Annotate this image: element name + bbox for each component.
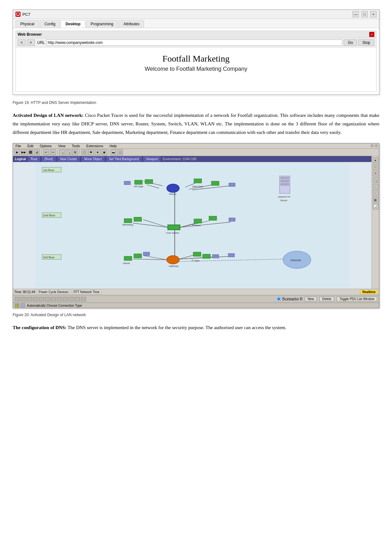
go-button[interactable]: Go	[344, 39, 357, 46]
web-browser-header: Web Browser ×	[16, 31, 376, 38]
pc7-tabs: Physical Config Desktop Programming Attr…	[13, 19, 379, 28]
menu-file[interactable]: File	[14, 144, 22, 148]
right-btn-chart[interactable]: 📊	[373, 204, 378, 209]
stop-button[interactable]: Stop	[358, 39, 374, 46]
svg-rect-53	[228, 254, 234, 257]
toolbar-btn-misc[interactable]: ◉	[101, 149, 107, 155]
right-btn-square[interactable]: □	[373, 164, 378, 170]
topbar-new-cluster[interactable]: New Cluster	[58, 157, 79, 161]
menu-help[interactable]: Help	[108, 144, 118, 148]
svg-rect-49	[143, 252, 150, 256]
tab-config[interactable]: Config	[40, 20, 60, 28]
toolbar-btn-undo[interactable]: ↩	[43, 149, 49, 155]
bottom-btn-12[interactable]	[81, 297, 86, 301]
right-btn-slash[interactable]: /	[373, 184, 378, 190]
svg-rect-22	[211, 181, 219, 185]
toolbar-btn-text[interactable]: ◻	[117, 149, 123, 155]
menu-view[interactable]: View	[57, 144, 67, 148]
svg-rect-19	[145, 179, 153, 184]
toolbar-btn-save[interactable]: ⬛	[27, 149, 33, 155]
cisco-connection-type-bar: Automatically Choose Connection Type	[13, 303, 379, 308]
cisco-ff-settings[interactable]: FFT Network Time	[72, 290, 101, 294]
connection-type-icon2[interactable]	[21, 304, 25, 307]
bottom-btn-9[interactable]	[63, 297, 68, 301]
tab-physical[interactable]: Physical	[15, 20, 39, 28]
right-btn-up[interactable]: ▲	[373, 157, 378, 163]
maximize-button[interactable]: □	[361, 11, 368, 17]
bottom-btn-8[interactable]	[57, 297, 62, 301]
menu-options[interactable]: Options	[39, 144, 53, 148]
browser-forward-button[interactable]: >	[27, 39, 35, 46]
cisco-window: File Edit Options View Tools Extensions …	[13, 143, 379, 308]
topbar-environment: Environment: 1240×180	[163, 157, 196, 161]
url-input[interactable]	[46, 39, 342, 46]
svg-rect-21	[194, 179, 202, 183]
paragraph2-text: The DNS server is implemented in the net…	[66, 325, 286, 330]
toolbar-btn-custom[interactable]: ✱	[88, 149, 94, 155]
svg-text:Finance: Finance	[192, 224, 201, 227]
svg-rect-20	[124, 181, 130, 185]
close-button[interactable]: ×	[370, 11, 377, 17]
bottom-btn-11[interactable]	[75, 297, 80, 301]
web-browser-close-button[interactable]: ×	[369, 32, 374, 37]
toolbar-btn-open[interactable]: ▶▶	[21, 149, 27, 155]
topbar-set-tiled-bg[interactable]: Set Tiled Background	[107, 157, 141, 161]
toolbar-btn-activity[interactable]: ★	[95, 149, 100, 155]
topbar-root2[interactable]: (Root)	[42, 157, 55, 161]
topbar-move-object[interactable]: Move Object	[82, 157, 104, 161]
toolbar-btn-new[interactable]: ▶	[14, 149, 20, 155]
toolbar-btn-palette[interactable]: ⬡	[81, 149, 87, 155]
svg-point-40	[167, 256, 179, 264]
logical-label: Logical	[15, 157, 26, 161]
svg-text:Router: Router	[169, 193, 177, 196]
toolbar-btn-arrow[interactable]: ▬	[111, 149, 116, 155]
figure19-caption: Figure 19: HTTP and DNS Server Implement…	[13, 100, 379, 105]
cisco-canvas[interactable]: Logical Root (Root) New Cluster Move Obj…	[13, 156, 371, 289]
svg-rect-47	[124, 256, 132, 260]
pc7-title: PC7	[22, 12, 30, 17]
tab-attributes[interactable]: Attributes	[119, 20, 144, 28]
bottom-btn-1[interactable]	[15, 297, 20, 301]
toolbar-btn-zoom-out[interactable]: 🔍	[66, 149, 71, 155]
svg-text:DNS/HTTP: DNS/HTTP	[278, 196, 290, 198]
bottom-btn-5[interactable]	[39, 297, 44, 301]
toggle-pdu-button[interactable]: Toggle PDU List Window	[337, 297, 377, 301]
menu-extensions[interactable]: Extensions	[85, 144, 105, 148]
toolbar-btn-zoom-in[interactable]: 🔍	[59, 149, 65, 155]
right-btn-grid[interactable]: ▦	[373, 197, 378, 203]
web-browser-title: Web Browser	[18, 32, 42, 37]
bottom-btn-2[interactable]	[21, 297, 26, 301]
browser-heading1: Footfall Marketing	[22, 54, 370, 64]
bottom-btn-10[interactable]	[69, 297, 74, 301]
topbar-viewport[interactable]: Viewport	[144, 157, 160, 161]
toolbar-btn-redo[interactable]: ↪	[50, 149, 56, 155]
toolbar-btn-print[interactable]: 🖨	[34, 149, 40, 155]
scenario-delete-button[interactable]: Delete	[319, 297, 334, 301]
bottom-btn-7[interactable]	[51, 297, 56, 301]
right-btn-backslash[interactable]: \	[373, 190, 378, 196]
web-browser-panel: Web Browser × < > URL Go Stop Footfall M…	[15, 31, 377, 92]
topbar-root[interactable]: Root	[28, 157, 39, 161]
scenario-label: Scenario 0	[282, 296, 302, 302]
svg-rect-58	[280, 180, 289, 182]
toolbar-btn-zoom-fit[interactable]: ⊞	[72, 149, 78, 155]
connection-type-label: Automatically Choose Connection Type	[27, 304, 82, 307]
bottom-btn-3[interactable]	[27, 297, 32, 301]
connection-type-icon[interactable]	[15, 304, 19, 307]
right-btn-search[interactable]: 🔍	[373, 177, 378, 183]
cisco-power-cycle[interactable]: Power Cycle Devices	[37, 290, 70, 294]
scenario-new-button[interactable]: New	[305, 297, 317, 301]
toolbar-divider2	[57, 150, 57, 155]
menu-tools[interactable]: Tools	[70, 144, 81, 148]
scenario-radio-area: Scenario 0	[277, 296, 302, 302]
bottom-btn-6[interactable]	[45, 297, 50, 301]
pc7-icon	[15, 12, 21, 17]
minimize-button[interactable]: —	[353, 11, 359, 17]
tab-desktop[interactable]: Desktop	[61, 20, 85, 28]
right-btn-x[interactable]: ✕	[373, 171, 378, 176]
scenario-radio[interactable]	[277, 297, 281, 301]
tab-programming[interactable]: Programming	[86, 20, 118, 28]
menu-edit[interactable]: Edit	[26, 144, 35, 148]
browser-back-button[interactable]: <	[18, 39, 26, 46]
bottom-btn-4[interactable]	[33, 297, 38, 301]
